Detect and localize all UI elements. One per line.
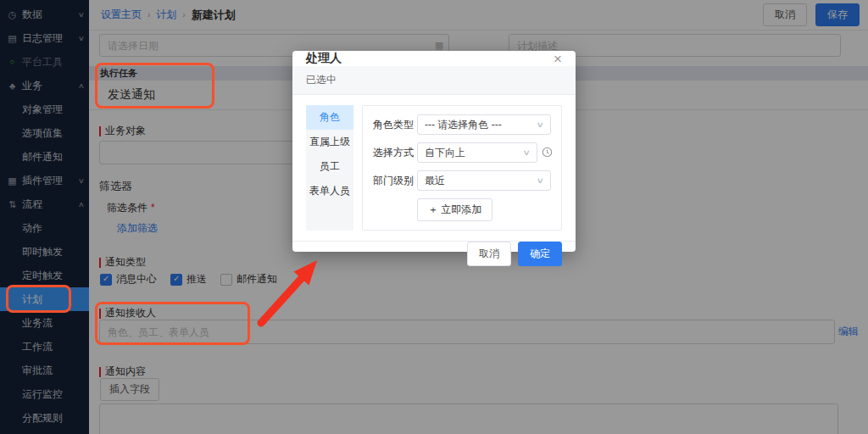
role-type-select[interactable]: --- 请选择角色 ---∨ [417, 114, 551, 135]
modal-confirm-button[interactable]: 确定 [518, 242, 562, 266]
role-type-label: 角色类型 [373, 118, 417, 132]
chevron-down-icon: ∨ [537, 176, 545, 185]
handler-modal: 处理人 × 已选中 角色 直属上级 员工 表单人员 角色类型 --- 请选择角色… [292, 51, 576, 252]
dept-level-label: 部门级别 [373, 174, 417, 188]
modal-footer: 取消 确定 [292, 241, 576, 266]
modal-header: 处理人 × [292, 51, 576, 66]
selected-label: 已选中 [292, 66, 576, 95]
select-mode-label: 选择方式 [373, 146, 417, 160]
chevron-down-icon: ∨ [537, 120, 545, 129]
add-now-button[interactable]: ＋ 立即添加 [417, 198, 492, 221]
dept-level-select[interactable]: 最近∨ [417, 170, 551, 191]
tab-employee[interactable]: 员工 [306, 154, 353, 179]
modal-title: 处理人 [306, 51, 342, 66]
tab-form-person[interactable]: 表单人员 [306, 179, 353, 203]
help-clock-icon [542, 147, 553, 158]
modal-cancel-button[interactable]: 取消 [467, 242, 511, 266]
tab-role[interactable]: 角色 [306, 105, 353, 130]
close-icon[interactable]: × [554, 52, 562, 66]
select-mode-select[interactable]: 自下向上∨ [417, 142, 537, 163]
tab-direct-superior[interactable]: 直属上级 [306, 130, 353, 154]
chevron-down-icon: ∨ [523, 148, 531, 157]
modal-body: 角色 直属上级 员工 表单人员 角色类型 --- 请选择角色 ---∨ 选择方式… [292, 95, 576, 241]
app-window: ◷数据∨ ▤日志管理∨ ○平台工具 ♣业务∧ 对象管理 选项值集 邮件通知 ▦插… [0, 0, 868, 434]
modal-form-panel: 角色类型 --- 请选择角色 ---∨ 选择方式 自下向上∨ 部门级别 最近∨ … [362, 105, 562, 231]
modal-tab-list: 角色 直属上级 员工 表单人员 [306, 105, 353, 231]
